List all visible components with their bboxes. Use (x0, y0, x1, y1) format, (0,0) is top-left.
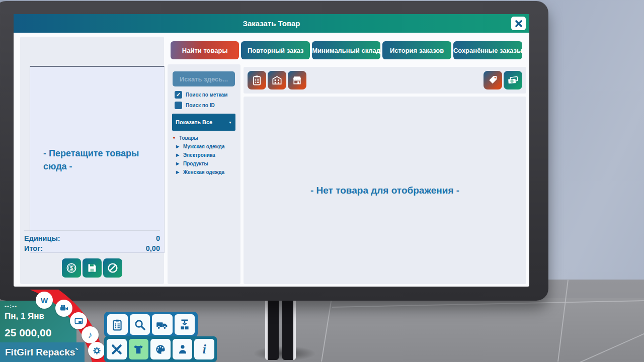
caret-collapsed-icon: ▶ (176, 144, 181, 149)
design-tools-icon (110, 343, 123, 356)
staff-icon (176, 343, 189, 356)
cart-summary: Единицы: 0 Итог: 0,00 (24, 230, 160, 253)
catalog-empty-text: - Нет товара для отображения - (244, 97, 526, 284)
search-input[interactable]: Искать здесь... (173, 71, 235, 86)
cancel-order-button[interactable] (103, 258, 122, 278)
divider (24, 230, 160, 231)
video-camera-button[interactable] (55, 300, 72, 317)
caret-collapsed-icon: ▶ (176, 170, 181, 174)
close-button[interactable] (511, 17, 526, 30)
pay-order-button[interactable]: $ (62, 258, 81, 278)
tab-find-goods[interactable]: Найти товары (171, 41, 239, 59)
orders-icon (111, 318, 124, 331)
monitor: Заказать Товар Найти товары Повторный за… (0, 1, 548, 301)
tab-bar: Найти товары Повторный заказ Минимальный… (171, 41, 522, 59)
checkbox-search-by-tags[interactable]: ✓ Поиск по меткам (175, 91, 227, 99)
total-label: Итог: (24, 244, 43, 252)
delivery-truck-icon (155, 318, 169, 331)
svg-text:$: $ (70, 265, 73, 271)
filters-panel: Искать здесь... ✓ Поиск по меткам Поиск … (168, 64, 240, 284)
design-tools-button[interactable] (107, 339, 127, 359)
warehouse-icon (271, 74, 283, 86)
catalog-view-buttons (248, 71, 306, 89)
storefront-button[interactable] (288, 71, 306, 89)
taskbar-row-design: i (104, 336, 217, 362)
price-tag-icon (487, 74, 499, 86)
coin-icon: $ (65, 262, 77, 274)
crane-icon (178, 318, 191, 331)
music-button[interactable]: ♪ (82, 326, 99, 343)
tree-item-groceries[interactable]: ▶ Продукты (176, 159, 224, 168)
caret-collapsed-icon: ▶ (176, 161, 181, 166)
clothing-button[interactable] (129, 339, 149, 359)
clothing-icon (132, 343, 145, 356)
warehouse-button[interactable] (268, 71, 286, 89)
search-placeholder: Искать здесь... (180, 75, 228, 83)
delivery-truck-button[interactable] (152, 314, 173, 335)
order-list-icon (251, 74, 263, 86)
order-list-button[interactable] (248, 71, 266, 89)
w-button[interactable]: W (36, 292, 53, 309)
search-icon (133, 318, 146, 331)
info-icon: i (203, 343, 206, 355)
watermark-text: FitGirl Repacks` (5, 347, 78, 358)
tab-reorder[interactable]: Повторный заказ (241, 41, 309, 59)
dialog-titlebar: Заказать Товар (14, 14, 529, 33)
orders-button[interactable] (107, 314, 128, 335)
cart-drop-zone[interactable]: - Перетащите товары сюда - (30, 66, 165, 253)
drop-hint-text: - Перетащите товары сюда - (43, 147, 151, 173)
units-label: Единицы: (24, 234, 60, 242)
hud-watermark-band: FitGirl Repacks` (0, 342, 85, 362)
info-button[interactable]: i (194, 339, 214, 359)
search-button[interactable] (130, 314, 150, 335)
order-dialog: Заказать Товар Найти товары Повторный за… (14, 14, 529, 287)
cart-panel: - Перетащите товары сюда - Единицы: 0 Ит… (20, 37, 164, 284)
tab-order-history[interactable]: История заказов (382, 41, 451, 59)
chevron-down-icon: ▼ (228, 121, 232, 124)
caret-collapsed-icon: ▶ (176, 153, 181, 157)
cart-actions: $ (20, 258, 164, 278)
category-tree: ▼ Товары ▶ Мужская одежда ▶ Электроника … (172, 134, 224, 176)
video-camera-icon (59, 304, 69, 313)
tab-minimum-stock[interactable]: Минимальный склад (312, 41, 380, 59)
character-leg (282, 300, 296, 360)
tab-saved-orders[interactable]: Сохранённые заказы (453, 41, 522, 59)
catalog-toolbar (244, 67, 526, 94)
tree-item-electronics[interactable]: ▶ Электроника (176, 151, 224, 159)
dropdown-value: Показать Все (176, 119, 212, 125)
character-leg (265, 300, 279, 360)
category-dropdown[interactable]: Показать Все ▼ (172, 114, 235, 131)
music-icon: ♪ (88, 330, 93, 340)
decor-button[interactable] (150, 339, 171, 359)
cancel-icon (107, 262, 119, 274)
tree-item-mens-clothing[interactable]: ▶ Мужская одежда (176, 142, 224, 151)
window-button[interactable] (70, 312, 87, 329)
crane-button[interactable] (175, 314, 195, 335)
save-icon (86, 262, 98, 274)
catalog-action-buttons (484, 71, 522, 89)
decor-icon (154, 343, 167, 356)
total-value: 0,00 (146, 244, 160, 252)
taskbar-row-management (104, 312, 198, 337)
save-order-button[interactable] (83, 258, 102, 278)
checkbox-checked-icon: ✓ (175, 91, 182, 99)
window-icon (74, 316, 84, 326)
settings-icon (92, 346, 102, 355)
price-tag-button[interactable] (484, 71, 502, 89)
checkbox-unchecked-icon (175, 102, 182, 109)
tree-item-womens-clothing[interactable]: ▶ Женская одежда (176, 168, 224, 176)
catalog-content: - Нет товара для отображения - (244, 97, 526, 284)
close-icon (514, 19, 524, 29)
storefront-icon (291, 74, 303, 86)
settings-button[interactable] (88, 342, 105, 359)
units-value: 0 (156, 234, 160, 242)
staff-button[interactable] (173, 339, 193, 359)
w-icon: W (41, 296, 48, 305)
cash-button[interactable] (504, 71, 522, 89)
dialog-title: Заказать Товар (243, 19, 300, 28)
tree-item-goods[interactable]: ▼ Товары (172, 134, 224, 142)
cash-icon (507, 74, 519, 86)
checkbox-search-by-id[interactable]: Поиск по ID (175, 102, 215, 109)
caret-expanded-icon: ▼ (172, 136, 177, 140)
